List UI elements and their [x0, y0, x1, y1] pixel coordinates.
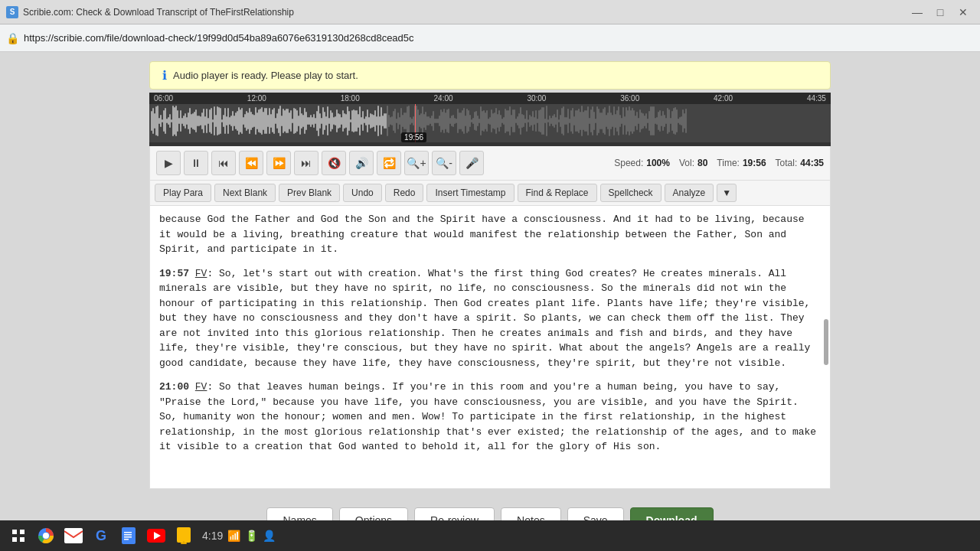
svg-rect-2 — [12, 537, 17, 542]
controls-row: ▶ ⏸ ⏮ ⏪ ⏩ ⏭ 🔇 🔊 🔁 🔍+ 🔍- 🎤 Speed: 100% Vo… — [149, 146, 831, 181]
spellcheck-button[interactable]: Spellcheck — [600, 184, 662, 202]
taskbar-keep-icon[interactable] — [172, 523, 196, 548]
title-bar: S Scribie.com: Check & Download Transcri… — [0, 0, 980, 24]
taskbar-gmail-icon[interactable] — [61, 523, 86, 548]
waveform-body[interactable]: 19:56 — [149, 104, 831, 142]
timeline-mark-1: 06:00 — [154, 94, 173, 103]
svg-rect-6 — [64, 528, 83, 543]
rewind-button[interactable]: ⏪ — [239, 151, 263, 175]
time-value: 19:56 — [743, 158, 766, 168]
info-icon: ℹ — [162, 68, 167, 83]
next-blank-button[interactable]: Next Blank — [214, 184, 276, 202]
volume-button[interactable]: 🔊 — [349, 151, 374, 175]
forward-button[interactable]: ⏩ — [266, 151, 291, 175]
taskbar-tray: 4:19 📶 🔋 👤 — [202, 530, 276, 542]
speed-value: 100% — [646, 158, 670, 168]
secure-icon: 🔒 — [6, 32, 19, 44]
insert-timestamp-button[interactable]: Insert Timestamp — [426, 184, 514, 202]
speaker-2: FV — [195, 268, 207, 279]
timeline-mark-3: 18:00 — [341, 94, 360, 103]
vol-label: Vol: — [679, 158, 694, 168]
svg-rect-0 — [12, 530, 17, 534]
svg-point-5 — [43, 533, 49, 539]
transcript-para-1: because God the Father and God the Son a… — [159, 212, 821, 257]
taskbar-network-icon: 📶 — [227, 530, 240, 542]
total-label: Total: — [776, 158, 798, 168]
redo-button[interactable]: Redo — [385, 184, 424, 202]
speed-label: Speed: — [614, 158, 643, 168]
total-value: 44:35 — [800, 158, 824, 168]
taskbar-user-icon: 👤 — [263, 530, 276, 542]
taskbar-wifi-icon: 🔋 — [245, 530, 258, 542]
toolbar-row: Play Para Next Blank Prev Blank Undo Red… — [149, 181, 831, 206]
mic-button[interactable]: 🎤 — [459, 151, 484, 175]
maximize-button[interactable]: □ — [929, 2, 951, 23]
svg-rect-16 — [183, 541, 185, 544]
window-controls: — □ ✕ — [906, 2, 974, 23]
playhead-tooltip: 19:56 — [401, 132, 426, 142]
svg-rect-1 — [20, 530, 24, 534]
waveform-visual — [149, 104, 831, 138]
app-icon: S — [6, 6, 18, 18]
zoom-out-button[interactable]: 🔍- — [432, 151, 456, 175]
taskbar-time: 4:19 — [202, 530, 223, 542]
notification-text: Audio player is ready. Please play to st… — [173, 70, 358, 81]
prev-button[interactable]: ⏮ — [211, 151, 236, 175]
svg-rect-9 — [124, 534, 132, 536]
svg-rect-11 — [124, 539, 129, 540]
address-bar: 🔒 https://scribie.com/file/download-chec… — [0, 24, 980, 52]
time-label: Time: — [717, 158, 740, 168]
prev-blank-button[interactable]: Prev Blank — [279, 184, 340, 202]
find-replace-button[interactable]: Find & Replace — [518, 184, 597, 202]
svg-rect-10 — [124, 536, 132, 538]
transcript-text-1: because God the Father and God the Son a… — [159, 214, 805, 255]
skip-end-button[interactable]: ⏭ — [294, 151, 318, 175]
vol-value: 80 — [697, 158, 707, 168]
taskbar-chrome-icon[interactable] — [34, 523, 58, 548]
transcript-text-2: : So, let's start out with creation. Wha… — [159, 268, 810, 369]
speaker-3: FV — [195, 381, 207, 393]
transcript-container[interactable]: because God the Father and God the Son a… — [149, 206, 831, 489]
taskbar: G 4:19 📶 🔋 👤 — [0, 520, 980, 551]
timeline-mark-7: 42:00 — [714, 94, 733, 103]
close-button[interactable]: ✕ — [952, 2, 974, 23]
window-title: Scribie.com: Check & Download Transcript… — [23, 7, 906, 18]
timeline-mark-2: 12:00 — [247, 94, 266, 103]
taskbar-grid-icon[interactable] — [6, 523, 31, 548]
timestamp-3: 21:00 — [159, 381, 195, 393]
url-display[interactable]: https://scribie.com/file/download-check/… — [24, 32, 974, 44]
mute-button[interactable]: 🔇 — [322, 151, 346, 175]
svg-rect-8 — [124, 532, 132, 533]
transcript-text-3: : So that leaves human beings. If you're… — [159, 381, 816, 452]
taskbar-google-icon[interactable]: G — [89, 523, 113, 548]
scrollbar[interactable] — [824, 319, 828, 365]
play-button[interactable]: ▶ — [156, 151, 181, 175]
play-para-button[interactable]: Play Para — [155, 184, 211, 202]
taskbar-docs-icon[interactable] — [116, 523, 141, 548]
analyze-button[interactable]: Analyze — [665, 184, 714, 202]
notification-bar: ℹ Audio player is ready. Please play to … — [149, 61, 831, 90]
waveform-container[interactable]: 06:00 12:00 18:00 24:00 30:00 36:00 42:0… — [149, 93, 831, 146]
more-button[interactable]: ▼ — [717, 184, 737, 202]
svg-rect-14 — [177, 527, 191, 543]
waveform-timeline: 06:00 12:00 18:00 24:00 30:00 36:00 42:0… — [149, 93, 831, 104]
svg-rect-3 — [20, 537, 24, 542]
timeline-mark-8: 44:35 — [807, 94, 826, 103]
timeline-mark-6: 36:00 — [620, 94, 639, 103]
pause-button[interactable]: ⏸ — [184, 151, 208, 175]
undo-button[interactable]: Undo — [343, 184, 382, 202]
minimize-button[interactable]: — — [906, 2, 928, 23]
taskbar-youtube-icon[interactable] — [144, 523, 168, 548]
svg-rect-7 — [122, 527, 136, 544]
transcript-para-2: 19:57 FV: So, let's start out with creat… — [159, 266, 821, 371]
repeat-button[interactable]: 🔁 — [377, 151, 401, 175]
transcript-para-3: 21:00 FV: So that leaves human beings. I… — [159, 380, 821, 455]
timeline-mark-4: 24:00 — [434, 94, 453, 103]
timestamp-2: 19:57 — [159, 268, 195, 279]
main-content: ℹ Audio player is ready. Please play to … — [0, 52, 980, 498]
timeline-mark-5: 30:00 — [527, 94, 546, 103]
zoom-in-button[interactable]: 🔍+ — [404, 151, 429, 175]
